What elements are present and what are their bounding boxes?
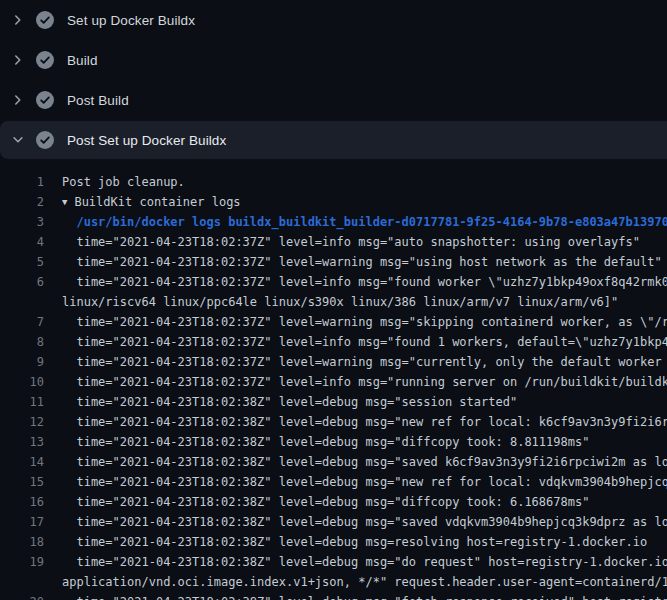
log-text: time="2021-04-23T18:02:38Z" level=debug …: [44, 472, 667, 492]
log-line: 9 time="2021-04-23T18:02:37Z" level=warn…: [0, 352, 667, 372]
log-line: 18 time="2021-04-23T18:02:38Z" level=deb…: [0, 532, 667, 552]
line-number[interactable]: 18: [0, 532, 44, 552]
log-line: 15 time="2021-04-23T18:02:38Z" level=deb…: [0, 472, 667, 492]
line-number[interactable]: 13: [0, 432, 44, 452]
line-number[interactable]: 16: [0, 492, 44, 512]
log-line: 6 time="2021-04-23T18:02:37Z" level=info…: [0, 272, 667, 292]
log-line: application/vnd.oci.image.index.v1+json,…: [0, 572, 667, 592]
step-row[interactable]: Set up Docker Buildx: [0, 0, 667, 40]
step-label: Build: [67, 53, 98, 68]
line-number[interactable]: 9: [0, 352, 44, 372]
step-label: Post Set up Docker Buildx: [67, 133, 226, 148]
log-text: time="2021-04-23T18:02:38Z" level=debug …: [44, 532, 647, 552]
line-number[interactable]: 15: [0, 472, 44, 492]
check-circle-icon: [36, 91, 54, 109]
chevron-right-icon: [10, 92, 26, 108]
log-viewer: 1 Post job cleanup. 2 ▼BuildKit containe…: [0, 160, 667, 600]
log-line: 12 time="2021-04-23T18:02:38Z" level=deb…: [0, 412, 667, 432]
log-text: /usr/bin/docker logs buildx_buildkit_bui…: [44, 212, 667, 232]
line-number[interactable]: [0, 572, 44, 592]
log-text: time="2021-04-23T18:02:38Z" level=debug …: [44, 412, 667, 432]
log-line: 5 time="2021-04-23T18:02:37Z" level=warn…: [0, 252, 667, 272]
line-number[interactable]: 17: [0, 512, 44, 532]
log-text: linux/riscv64 linux/ppc64le linux/s390x …: [44, 292, 618, 312]
line-number[interactable]: 14: [0, 452, 44, 472]
log-line: 19 time="2021-04-23T18:02:38Z" level=deb…: [0, 552, 667, 572]
check-circle-icon: [36, 51, 54, 69]
line-number[interactable]: 3: [0, 212, 44, 232]
log-text: time="2021-04-23T18:02:38Z" level=debug …: [44, 492, 589, 512]
log-text: time="2021-04-23T18:02:37Z" level=warnin…: [44, 312, 667, 332]
log-text: ▼BuildKit container logs: [44, 192, 241, 212]
line-number[interactable]: 2: [0, 192, 44, 212]
log-line: 8 time="2021-04-23T18:02:37Z" level=info…: [0, 332, 667, 352]
check-circle-icon: [36, 11, 54, 29]
log-line: 14 time="2021-04-23T18:02:38Z" level=deb…: [0, 452, 667, 472]
step-row[interactable]: Post Set up Docker Buildx: [0, 121, 667, 159]
check-circle-icon: [36, 131, 54, 149]
line-number[interactable]: 12: [0, 412, 44, 432]
log-text: time="2021-04-23T18:02:38Z" level=debug …: [44, 432, 589, 452]
steps-list: Set up Docker Buildx Build P: [0, 0, 667, 159]
line-number[interactable]: 1: [0, 172, 44, 192]
step-label: Post Build: [67, 93, 129, 108]
log-line: 1 Post job cleanup.: [0, 172, 667, 192]
line-number[interactable]: 10: [0, 372, 44, 392]
line-number[interactable]: 8: [0, 332, 44, 352]
step-label: Set up Docker Buildx: [67, 13, 195, 28]
line-number[interactable]: 4: [0, 232, 44, 252]
group-toggle-icon[interactable]: ▼: [62, 192, 67, 212]
log-line: 13 time="2021-04-23T18:02:38Z" level=deb…: [0, 432, 667, 452]
log-text: time="2021-04-23T18:02:38Z" level=debug …: [44, 392, 517, 412]
log-text: time="2021-04-23T18:02:37Z" level=warnin…: [44, 352, 667, 372]
log-line: 17 time="2021-04-23T18:02:38Z" level=deb…: [0, 512, 667, 532]
log-text: time="2021-04-23T18:02:38Z" level=debug …: [44, 592, 667, 600]
log-text: time="2021-04-23T18:02:38Z" level=debug …: [44, 452, 667, 472]
line-number[interactable]: 19: [0, 552, 44, 572]
line-number[interactable]: 7: [0, 312, 44, 332]
step-row[interactable]: Build: [0, 40, 667, 80]
log-line: 2 ▼BuildKit container logs: [0, 192, 667, 212]
log-line: 3 /usr/bin/docker logs buildx_buildkit_b…: [0, 212, 667, 232]
chevron-right-icon: [10, 52, 26, 68]
log-text: time="2021-04-23T18:02:37Z" level=info m…: [44, 272, 667, 292]
log-line: 10 time="2021-04-23T18:02:37Z" level=inf…: [0, 372, 667, 392]
log-line: 4 time="2021-04-23T18:02:37Z" level=info…: [0, 232, 667, 252]
log-text: time="2021-04-23T18:02:38Z" level=debug …: [44, 552, 667, 572]
line-number[interactable]: [0, 292, 44, 312]
log-text: time="2021-04-23T18:02:37Z" level=info m…: [44, 232, 640, 252]
log-text: time="2021-04-23T18:02:38Z" level=debug …: [44, 512, 667, 532]
line-number[interactable]: 5: [0, 252, 44, 272]
chevron-right-icon: [10, 12, 26, 28]
chevron-right-icon: [10, 132, 26, 148]
line-number[interactable]: 11: [0, 392, 44, 412]
log-text: application/vnd.oci.image.index.v1+json,…: [44, 572, 667, 592]
log-text: time="2021-04-23T18:02:37Z" level=warnin…: [44, 252, 662, 272]
log-line: 11 time="2021-04-23T18:02:38Z" level=deb…: [0, 392, 667, 412]
step-row[interactable]: Post Build: [0, 80, 667, 120]
log-text: Post job cleanup.: [44, 172, 185, 192]
line-number[interactable]: 20: [0, 592, 44, 600]
log-line: 20 time="2021-04-23T18:02:38Z" level=deb…: [0, 592, 667, 600]
log-line: 7 time="2021-04-23T18:02:37Z" level=warn…: [0, 312, 667, 332]
group-label: BuildKit container logs: [74, 195, 240, 209]
log-line: 16 time="2021-04-23T18:02:38Z" level=deb…: [0, 492, 667, 512]
log-text: time="2021-04-23T18:02:37Z" level=info m…: [44, 372, 667, 392]
log-line: linux/riscv64 linux/ppc64le linux/s390x …: [0, 292, 667, 312]
log-text: time="2021-04-23T18:02:37Z" level=info m…: [44, 332, 667, 352]
line-number[interactable]: 6: [0, 272, 44, 292]
